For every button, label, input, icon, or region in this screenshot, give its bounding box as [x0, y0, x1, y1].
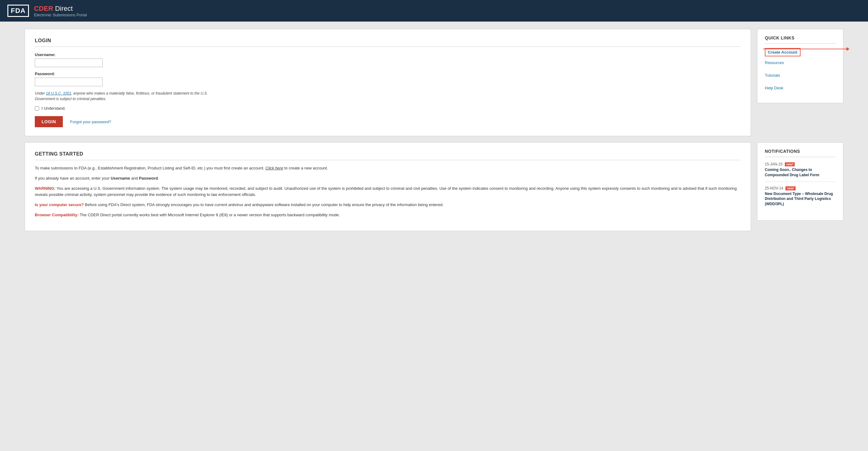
notification-badge: new!	[785, 186, 796, 190]
header-cder: CDER	[34, 5, 53, 12]
notification-item-1: 25-NOV-14 new!New Document Type – Wholes…	[765, 185, 836, 210]
page-header: FDA CDER Direct Electronic Submissions P…	[0, 0, 868, 22]
getting-started-p1: To make submissions to FDA (e.g., Establ…	[35, 165, 741, 172]
password-label: Password:	[35, 71, 741, 76]
fda-logo: FDA	[7, 5, 29, 17]
notification-text: Coming Soon.. Changes to Compounded Drug…	[765, 167, 836, 178]
quick-link-create-account[interactable]: Create Account	[765, 48, 801, 56]
login-button[interactable]: LOGIN	[35, 116, 63, 127]
bottom-row: GETTING STARTED To make submissions to F…	[25, 142, 843, 231]
password-input[interactable]	[35, 78, 102, 86]
quick-links-title: QUICK LINKS	[765, 35, 836, 44]
getting-started-content: To make submissions to FDA (e.g., Establ…	[35, 165, 741, 218]
header-subtitle: Electronic Submissions Portal	[34, 12, 87, 17]
quick-link-resources[interactable]: Resources	[765, 59, 836, 66]
quick-links-list: Create AccountResourcesTutorialsHelp Des…	[765, 48, 836, 97]
getting-started-panel: GETTING STARTED To make submissions to F…	[25, 142, 751, 231]
notification-item-0: 15-JAN-15 new!Coming Soon.. Changes to C…	[765, 161, 836, 182]
notification-badge: new!	[785, 162, 795, 167]
getting-started-title: GETTING STARTED	[35, 151, 741, 160]
notifications-title: NOTIFICATIONS	[765, 149, 836, 157]
notification-date: 15-JAN-15	[765, 162, 784, 167]
click-here-link[interactable]: Click here	[266, 166, 283, 170]
login-actions: LOGIN Forgot your password?	[35, 116, 741, 127]
checkbox-row: I Understand.	[35, 106, 741, 111]
username-input[interactable]	[35, 59, 102, 67]
getting-started-p2: If you already have an account, enter yo…	[35, 175, 741, 182]
quick-links-panel: QUICK LINKS Create AccountResourcesTutor…	[757, 29, 843, 103]
login-title: LOGIN	[35, 38, 741, 47]
notification-date: 25-NOV-14	[765, 186, 784, 190]
header-title-block: CDER Direct Electronic Submissions Porta…	[34, 5, 87, 17]
disclaimer-text: Under 18 U.S.C. 1001, anyone who makes a…	[35, 91, 226, 102]
login-panel: LOGIN Username: Password: Under 18 U.S.C…	[25, 29, 751, 136]
header-title-main: CDER Direct	[34, 5, 87, 12]
notifications-list: 15-JAN-15 new!Coming Soon.. Changes to C…	[765, 161, 836, 210]
getting-started-p3: WARNING: You are accessing a U.S. Govern…	[35, 185, 741, 199]
forgot-password-link[interactable]: Forgot your password?	[70, 120, 111, 124]
quick-link-tutorials[interactable]: Tutorials	[765, 71, 836, 79]
usc-link[interactable]: 18 U.S.C. 1001	[46, 91, 71, 95]
understand-checkbox[interactable]	[35, 106, 39, 111]
notification-text: New Document Type – Wholesale Drug Distr…	[765, 191, 836, 207]
red-label-p4: Is your computer secure?	[35, 202, 84, 207]
top-row: LOGIN Username: Password: Under 18 U.S.C…	[25, 29, 843, 136]
checkbox-label: I Understand.	[41, 106, 66, 111]
getting-started-p4: Is your computer secure? Before using FD…	[35, 202, 741, 208]
fda-logo-text: FDA	[11, 7, 26, 15]
notifications-panel: NOTIFICATIONS 15-JAN-15 new!Coming Soon.…	[757, 142, 843, 220]
username-label: Username:	[35, 52, 741, 57]
warning-label: WARNING:	[35, 186, 56, 191]
main-container: LOGIN Username: Password: Under 18 U.S.C…	[0, 22, 868, 238]
quick-link-help-desk[interactable]: Help Desk	[765, 84, 836, 92]
red-label-p5: Browser Compatibility:	[35, 213, 79, 217]
header-direct: Direct	[53, 5, 73, 12]
getting-started-p5: Browser Compatibility: The CDER Direct p…	[35, 212, 741, 218]
